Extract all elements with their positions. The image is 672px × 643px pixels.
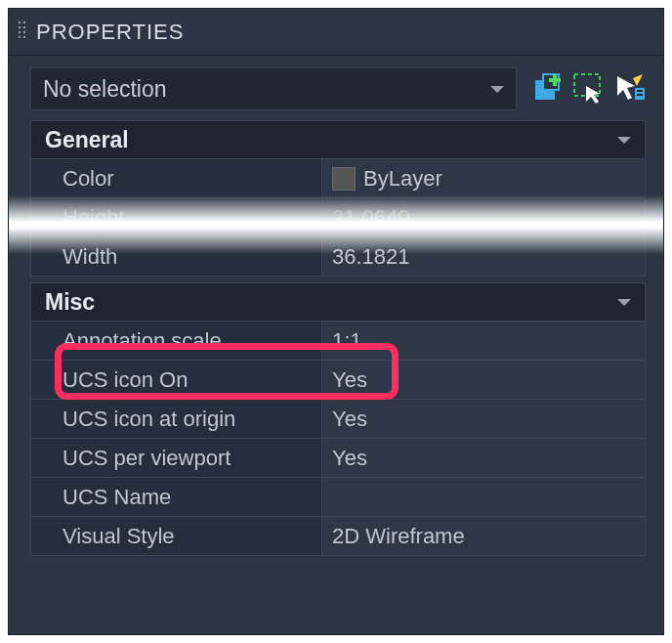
svg-rect-7 — [637, 94, 643, 96]
select-objects-icon[interactable] — [571, 71, 607, 107]
property-value[interactable]: 2D Wireframe — [322, 517, 645, 555]
property-value[interactable]: Yes — [322, 361, 645, 399]
property-row-annotation-scale[interactable]: Annotation scale 1:1 — [31, 322, 645, 361]
property-value[interactable]: 1:1 — [322, 322, 645, 360]
property-row[interactable]: Width 36.1821 — [31, 237, 645, 277]
svg-rect-3 — [549, 78, 561, 82]
property-value[interactable]: 21.0640 — [322, 198, 645, 236]
properties-panel: PROPERTIES No selection — [8, 8, 664, 635]
property-label: UCS icon On — [31, 361, 322, 399]
group-header-misc[interactable]: Misc — [30, 282, 646, 322]
property-row[interactable]: UCS per viewport Yes — [31, 439, 645, 478]
property-row[interactable]: Visual Style 2D Wireframe — [31, 517, 645, 556]
grip-icon[interactable] — [19, 21, 26, 43]
panel-title: PROPERTIES — [36, 20, 184, 45]
property-value-text: Yes — [332, 407, 367, 432]
group-title: General — [45, 127, 129, 153]
toolbar: No selection — [9, 67, 663, 110]
property-value-text: 1:1 — [332, 328, 362, 354]
property-value[interactable]: ByLayer — [322, 159, 645, 197]
color-swatch-icon — [332, 167, 356, 191]
property-value-text: 21.0640 — [332, 205, 410, 231]
property-row[interactable]: Color ByLayer — [31, 159, 645, 198]
property-label: Annotation scale — [31, 322, 322, 360]
svg-rect-6 — [637, 90, 643, 92]
property-value-text: Yes — [332, 367, 367, 393]
group-misc: Misc Annotation scale 1:1 UCS icon On Ye… — [30, 282, 646, 556]
property-row[interactable]: UCS Name — [31, 478, 645, 517]
property-value-text: Yes — [332, 446, 367, 471]
property-value[interactable]: Yes — [322, 439, 645, 477]
property-value[interactable]: 36.1821 — [322, 237, 645, 276]
property-value[interactable]: Yes — [322, 400, 645, 438]
group-general: General Color ByLayer Height 21.0640 — [30, 120, 646, 277]
property-label: Width — [31, 237, 322, 276]
property-label: Visual Style — [31, 517, 322, 555]
group-header-general[interactable]: General — [30, 120, 646, 159]
property-row[interactable]: Height 21.0640 — [31, 198, 645, 237]
property-value-text: 36.1821 — [332, 244, 410, 270]
chevron-down-icon — [490, 86, 504, 93]
property-label: Color — [31, 159, 322, 197]
property-label: Height — [31, 198, 322, 236]
toggle-pickadd-icon[interactable] — [530, 71, 566, 107]
property-value-text: 2D Wireframe — [332, 524, 465, 549]
panel-header[interactable]: PROPERTIES — [9, 9, 663, 56]
property-value-text: ByLayer — [363, 166, 442, 192]
selection-combo[interactable]: No selection — [30, 67, 517, 110]
chevron-down-icon — [617, 299, 631, 306]
property-label: UCS Name — [31, 478, 322, 516]
chevron-down-icon — [617, 137, 631, 144]
group-title: Misc — [45, 289, 95, 316]
property-label: UCS icon at origin — [31, 400, 322, 438]
property-row[interactable]: UCS icon On Yes — [31, 361, 645, 400]
property-label: UCS per viewport — [31, 439, 322, 477]
property-row[interactable]: UCS icon at origin Yes — [31, 400, 645, 439]
quick-select-icon[interactable] — [612, 71, 648, 107]
selection-label: No selection — [43, 76, 167, 103]
property-value[interactable] — [322, 478, 645, 516]
